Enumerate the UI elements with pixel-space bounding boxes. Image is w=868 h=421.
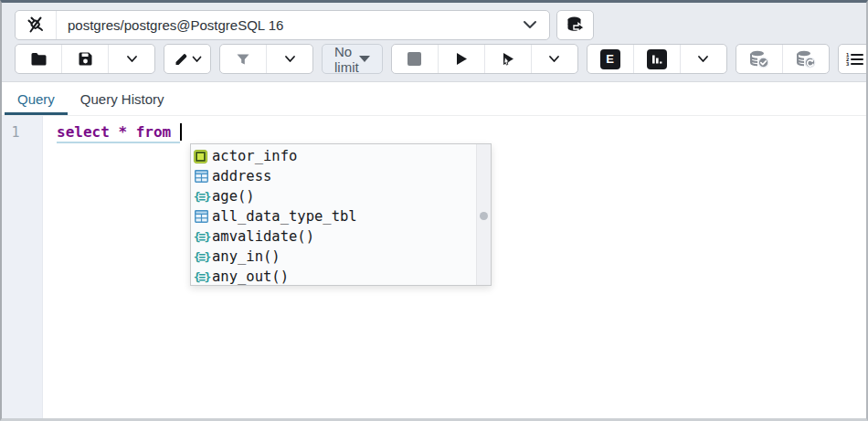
autocomplete-scrollbar[interactable] — [476, 144, 491, 285]
autocomplete-list: actor_infoaddress{≡}age()all_data_type_t… — [191, 144, 491, 286]
explain-options-dropdown[interactable] — [680, 45, 726, 73]
view-icon — [194, 150, 207, 163]
query-toolbar: No limit — [2, 44, 866, 81]
select-caret-icon — [359, 56, 370, 62]
execute-options-button[interactable] — [484, 45, 531, 73]
execute-button[interactable] — [438, 45, 484, 73]
row-limit-select[interactable]: No limit — [322, 44, 383, 74]
edit-button-group — [164, 44, 211, 74]
connection-selector[interactable]: postgres/postgres@PostgreSQL 16 — [15, 10, 550, 40]
numbered-list-icon: 123 — [845, 51, 864, 68]
autocomplete-popup: actor_infoaddress{≡}age()all_data_type_t… — [190, 143, 492, 286]
file-button-group — [15, 44, 155, 74]
disconnected-plug-icon — [16, 11, 57, 39]
macros-button[interactable]: 123 — [839, 45, 868, 73]
table-icon — [194, 170, 209, 183]
open-file-button[interactable] — [16, 45, 61, 73]
row-limit-value: No limit — [334, 44, 359, 75]
transaction-button-group — [736, 44, 830, 74]
function-icon: {≡} — [194, 270, 209, 284]
autocomplete-item[interactable]: actor_info — [191, 146, 491, 166]
line-number: 1 — [2, 124, 29, 141]
text-caret — [180, 123, 182, 141]
rollback-icon — [796, 49, 816, 68]
execute-dropdown[interactable] — [531, 45, 577, 73]
function-icon: {≡} — [194, 230, 209, 244]
autocomplete-item[interactable]: {≡}age() — [191, 186, 491, 206]
chevron-down-icon — [126, 55, 138, 63]
stop-button[interactable] — [392, 45, 438, 73]
autocomplete-item[interactable]: {≡}amvalidate() — [191, 226, 491, 247]
function-icon: {≡} — [194, 190, 209, 204]
rollback-button[interactable] — [782, 45, 829, 73]
autocomplete-item-label: all_data_type_tbl — [212, 208, 357, 225]
autocomplete-item-label: amvalidate() — [212, 228, 314, 245]
macros-button-group: 123 — [838, 44, 868, 74]
tab-query[interactable]: Query — [5, 82, 68, 115]
explain-button[interactable]: E — [587, 45, 633, 73]
editor-gutter: 1 — [2, 116, 43, 418]
folder-icon — [30, 52, 48, 67]
chevron-down-icon — [523, 20, 537, 29]
chevron-down-icon — [697, 55, 709, 63]
chevron-down-icon — [192, 56, 202, 63]
sql-code: select * from — [57, 123, 180, 143]
explain-analyze-chart-icon — [647, 49, 667, 69]
edit-menu-button[interactable] — [164, 45, 210, 73]
autocomplete-item[interactable]: {≡}any_in() — [191, 247, 491, 267]
database-connection-icon — [566, 16, 585, 35]
autocomplete-item[interactable]: address — [191, 166, 491, 186]
stop-icon — [408, 52, 421, 66]
filter-options-dropdown[interactable] — [266, 45, 312, 73]
filter-icon — [236, 52, 250, 67]
explain-icon: E — [600, 49, 620, 69]
commit-icon — [749, 49, 769, 68]
autocomplete-item-label: address — [212, 168, 271, 184]
autocomplete-item-label: actor_info — [212, 148, 297, 164]
query-tool-window: postgres/postgres@PostgreSQL 16 — [0, 0, 868, 421]
play-icon — [454, 51, 469, 67]
autocomplete-item-label: any_out() — [212, 268, 289, 285]
tab-query-history[interactable]: Query History — [68, 82, 177, 115]
pencil-icon — [174, 51, 189, 67]
filter-button-group — [219, 44, 313, 74]
explain-button-group: E — [587, 44, 727, 74]
save-icon — [78, 51, 93, 67]
save-options-dropdown[interactable] — [108, 45, 154, 73]
svg-text:3: 3 — [846, 61, 849, 67]
editor-tab-bar: Query Query History — [2, 81, 866, 116]
execute-button-group — [391, 44, 578, 74]
autocomplete-item-label: age() — [212, 188, 255, 205]
scrollbar-thumb[interactable] — [480, 212, 488, 220]
function-icon: {≡} — [194, 250, 209, 264]
autocomplete-item[interactable]: {≡}any_out() — [191, 267, 491, 286]
autocomplete-item[interactable]: all_data_type_tbl — [191, 206, 491, 226]
explain-analyze-button[interactable] — [633, 45, 680, 73]
new-connection-button[interactable] — [556, 10, 594, 40]
connection-bar: postgres/postgres@PostgreSQL 16 — [2, 3, 866, 44]
play-cursor-icon — [500, 51, 516, 67]
chevron-down-icon — [284, 55, 296, 63]
filter-button[interactable] — [220, 45, 266, 73]
table-icon — [194, 210, 209, 223]
autocomplete-item-label: any_in() — [212, 248, 281, 265]
commit-button[interactable] — [736, 45, 782, 73]
save-button[interactable] — [61, 45, 108, 73]
connection-value: postgres/postgres@PostgreSQL 16 — [57, 17, 523, 33]
chevron-down-icon — [548, 55, 560, 63]
